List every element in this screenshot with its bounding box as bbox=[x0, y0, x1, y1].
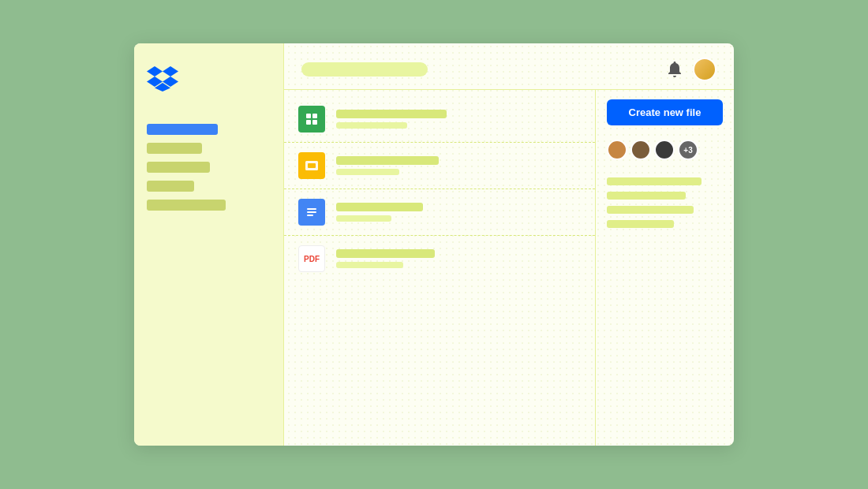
logo-area bbox=[147, 62, 271, 94]
file-name-bar bbox=[336, 249, 435, 258]
svg-rect-9 bbox=[307, 208, 316, 210]
topbar-right bbox=[666, 58, 716, 81]
collaborator-more-badge[interactable]: +3 bbox=[678, 140, 698, 160]
right-panel: Create new file +3 bbox=[596, 90, 734, 446]
svg-rect-0 bbox=[303, 110, 320, 128]
svg-rect-2 bbox=[312, 114, 317, 118]
svg-rect-11 bbox=[307, 215, 313, 216]
collaborators-row: +3 bbox=[607, 140, 723, 160]
file-info bbox=[336, 249, 435, 268]
file-meta-bar bbox=[336, 122, 407, 129]
file-name-bar bbox=[336, 156, 439, 165]
sidebar bbox=[134, 43, 284, 446]
app-window: PDF Create new file +3 bbox=[134, 43, 734, 446]
file-meta-bar bbox=[336, 262, 403, 268]
search-bar[interactable] bbox=[301, 62, 428, 77]
side-meta-bar bbox=[607, 192, 686, 200]
sidebar-item-photos[interactable] bbox=[147, 162, 210, 173]
side-meta-bars bbox=[607, 177, 723, 228]
collaborator-avatar-1 bbox=[607, 140, 627, 160]
dropbox-logo bbox=[147, 62, 178, 94]
svg-rect-4 bbox=[312, 120, 317, 125]
file-info bbox=[336, 156, 439, 175]
svg-rect-10 bbox=[307, 211, 316, 213]
file-item[interactable] bbox=[284, 96, 595, 143]
file-item[interactable] bbox=[284, 143, 595, 189]
file-list: PDF bbox=[284, 90, 596, 446]
content-area: PDF Create new file +3 bbox=[284, 90, 734, 446]
side-meta-bar bbox=[607, 177, 702, 185]
sheets-icon bbox=[298, 106, 325, 133]
file-name-bar bbox=[336, 203, 423, 211]
pdf-icon: PDF bbox=[298, 245, 325, 272]
sidebar-item-files[interactable] bbox=[147, 143, 202, 154]
file-info bbox=[336, 110, 447, 129]
outer-background: PDF Create new file +3 bbox=[0, 0, 868, 489]
sidebar-item-showcase[interactable] bbox=[147, 200, 226, 211]
file-item[interactable] bbox=[284, 189, 595, 236]
side-meta-bar bbox=[607, 206, 694, 214]
create-new-file-button[interactable]: Create new file bbox=[607, 99, 723, 125]
topbar bbox=[284, 43, 734, 90]
sidebar-item-paper[interactable] bbox=[147, 181, 194, 192]
sidebar-item-home[interactable] bbox=[147, 124, 218, 135]
file-name-bar bbox=[336, 110, 447, 118]
svg-rect-1 bbox=[306, 114, 311, 118]
side-meta-bar bbox=[607, 220, 674, 228]
collaborator-avatar-3 bbox=[654, 140, 675, 160]
main-content: PDF Create new file +3 bbox=[284, 43, 734, 446]
docs-icon bbox=[298, 199, 325, 226]
file-item[interactable]: PDF bbox=[284, 236, 595, 282]
svg-rect-3 bbox=[306, 120, 311, 125]
file-info bbox=[336, 203, 423, 222]
collaborator-avatar-2 bbox=[630, 140, 651, 160]
sidebar-navigation bbox=[147, 124, 271, 211]
svg-rect-7 bbox=[308, 163, 316, 168]
bell-icon[interactable] bbox=[666, 61, 683, 78]
file-meta-bar bbox=[336, 215, 391, 222]
slides-icon bbox=[298, 152, 325, 179]
user-avatar[interactable] bbox=[693, 58, 716, 81]
file-meta-bar bbox=[336, 169, 399, 175]
